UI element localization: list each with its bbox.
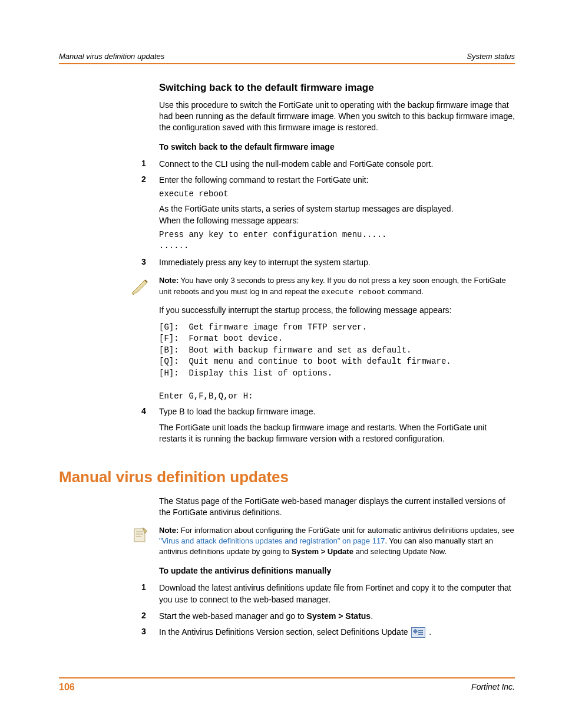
proc1-title: To switch back to the default firmware i… bbox=[159, 141, 515, 153]
step-b: . bbox=[371, 611, 373, 621]
step-number: 1 bbox=[141, 159, 146, 168]
step-text: Enter the following command to restart t… bbox=[159, 174, 515, 186]
step-number: 3 bbox=[141, 627, 146, 636]
header-left: Manual virus definition updates bbox=[59, 52, 164, 61]
note-label: Note: bbox=[159, 276, 178, 285]
step-text: Download the latest antivirus definition… bbox=[159, 582, 515, 605]
note-code: execute reboot bbox=[321, 288, 385, 297]
step-b: . bbox=[427, 627, 431, 637]
step-number: 2 bbox=[141, 174, 146, 184]
note-block: Note: You have only 3 seconds to press a… bbox=[159, 275, 515, 297]
step-number: 3 bbox=[141, 257, 146, 266]
step-number: 2 bbox=[141, 611, 146, 620]
content: Switching back to the default firmware i… bbox=[159, 82, 515, 444]
note-link[interactable]: "Virus and attack definitions updates an… bbox=[159, 536, 385, 545]
note-label: Note: bbox=[159, 526, 178, 535]
code-block: [G]: Get firmware image from TFTP server… bbox=[159, 322, 515, 403]
page-footer: 106 Fortinet Inc. bbox=[59, 677, 515, 693]
note-paper-icon bbox=[130, 525, 151, 546]
company-name: Fortinet Inc. bbox=[471, 682, 515, 693]
step-text: In the Antivirus Definitions Version sec… bbox=[159, 627, 515, 638]
step-followup: The FortiGate unit loads the backup firm… bbox=[159, 422, 515, 444]
step-bold: System > Status bbox=[307, 611, 371, 621]
section2-heading: Manual virus definition updates bbox=[59, 468, 515, 486]
definitions-update-icon[interactable] bbox=[411, 627, 425, 638]
note-text: Note: You have only 3 seconds to press a… bbox=[159, 275, 515, 297]
section2-intro: The Status page of the FortiGate web-bas… bbox=[159, 496, 515, 518]
content2: The Status page of the FortiGate web-bas… bbox=[159, 496, 515, 638]
step-number: 1 bbox=[141, 582, 146, 592]
section1-intro: Use this procedure to switch the FortiGa… bbox=[159, 100, 515, 133]
step-text: Immediately press any key to interrupt t… bbox=[159, 257, 515, 269]
note-bold: System > Update bbox=[292, 547, 353, 556]
step-1: 1 Connect to the CLI using the null-mode… bbox=[159, 159, 515, 170]
note-pencil-icon bbox=[130, 275, 151, 297]
header-right: System status bbox=[467, 52, 515, 61]
note-text: Note: For information about configuring … bbox=[159, 525, 515, 558]
step-number: 4 bbox=[141, 406, 146, 416]
step-text: Connect to the CLI using the null-modem … bbox=[159, 159, 515, 170]
step-text: Start the web-based manager and go to Sy… bbox=[159, 611, 515, 622]
step-text: Type B to load the backup firmware image… bbox=[159, 406, 515, 418]
note-part-b: command. bbox=[386, 287, 424, 296]
code-block: execute reboot bbox=[159, 189, 515, 200]
proc2-title: To update the antivirus definitions manu… bbox=[159, 565, 515, 577]
step-4: 4 Type B to load the backup firmware ima… bbox=[159, 406, 515, 444]
note-block: Note: For information about configuring … bbox=[159, 525, 515, 558]
page-header: Manual virus definition updates System s… bbox=[59, 52, 515, 64]
step2-2: 2 Start the web-based manager and go to … bbox=[159, 611, 515, 622]
step-3: 3 Immediately press any key to interrupt… bbox=[159, 257, 515, 269]
step-followup: As the FortiGate units starts, a series … bbox=[159, 203, 515, 215]
note-c: and selecting Update Now. bbox=[353, 547, 447, 556]
section1-heading: Switching back to the default firmware i… bbox=[159, 82, 515, 94]
after-note-text: If you successfully interrupt the startu… bbox=[159, 305, 515, 316]
step-2: 2 Enter the following command to restart… bbox=[159, 174, 515, 252]
step-a: In the Antivirus Definitions Version sec… bbox=[159, 627, 410, 637]
step2-1: 1 Download the latest antivirus definiti… bbox=[159, 582, 515, 605]
page-number: 106 bbox=[59, 682, 75, 693]
note-a: For information about configuring the Fo… bbox=[178, 526, 514, 535]
step2-3: 3 In the Antivirus Definitions Version s… bbox=[159, 627, 515, 638]
step-followup: When the following message appears: bbox=[159, 215, 515, 227]
step-a: Start the web-based manager and go to bbox=[159, 611, 307, 621]
code-block: Press any key to enter configuration men… bbox=[159, 229, 515, 252]
